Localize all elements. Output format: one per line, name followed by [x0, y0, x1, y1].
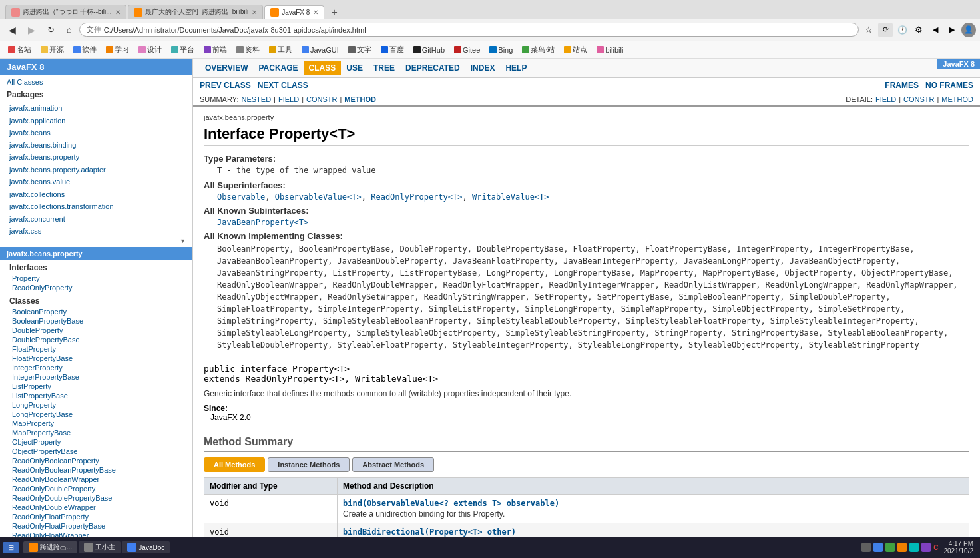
forward-button[interactable]: ▶	[23, 23, 40, 37]
package-javafx-collections-transformation[interactable]: javafx.collections.transformation	[7, 200, 186, 213]
bookmark-名站[interactable]: 名站	[5, 44, 34, 55]
bookmark-bing[interactable]: Bing	[487, 45, 515, 55]
nav-use[interactable]: USE	[341, 61, 368, 75]
tab-1[interactable]: 跨进跨出（"つつロ 千杯--bili... ✕	[5, 5, 126, 19]
nav-index[interactable]: INDEX	[465, 61, 501, 75]
package-javafx-beans-value[interactable]: javafx.beans.value	[7, 176, 186, 188]
class-ReadOnlyBooleanWrapper[interactable]: ReadOnlyBooleanWrapper	[9, 475, 186, 484]
class-BooleanProperty[interactable]: BooleanProperty	[9, 307, 186, 316]
taskbar-item-3[interactable]: JavaDoc	[122, 541, 170, 553]
frames-link[interactable]: FRAMES	[885, 81, 919, 90]
link-observablevalue[interactable]: ObservableValue<T>	[275, 192, 362, 202]
class-ReadOnlyBooleanPropertyBase[interactable]: ReadOnlyBooleanPropertyBase	[9, 465, 186, 475]
class-ReadOnlyBooleanProperty[interactable]: ReadOnlyBooleanProperty	[9, 456, 186, 465]
method-name-bind-bidi[interactable]: bindBidirectional(Property<T> other)	[343, 527, 516, 537]
tab-3[interactable]: JavaFX 8 ✕	[264, 5, 324, 19]
link-javabean-property[interactable]: JavaBeanProperty<T>	[217, 218, 308, 227]
class-ListProperty[interactable]: ListProperty	[9, 382, 186, 391]
summary-field[interactable]: FIELD	[278, 95, 299, 103]
package-javafx-beans-property[interactable]: javafx.beans.property	[7, 151, 186, 164]
bookmark-baidu[interactable]: 百度	[378, 44, 407, 55]
tab-2-close[interactable]: ✕	[252, 9, 257, 16]
back-icon2[interactable]: ◀	[928, 23, 943, 37]
nav-class[interactable]: CLASS	[304, 61, 342, 75]
nav-overview[interactable]: OVERVIEW	[200, 61, 253, 75]
class-MapProperty[interactable]: MapProperty	[9, 419, 186, 428]
package-javafx-application[interactable]: javafx.application	[7, 115, 186, 127]
interface-readonly-property[interactable]: ReadOnlyProperty	[9, 283, 186, 292]
bookmark-javagui[interactable]: JavaGUI	[299, 45, 342, 55]
refresh-button[interactable]: ↻	[43, 23, 59, 37]
tab-3-close[interactable]: ✕	[313, 9, 318, 16]
bookmark-学习[interactable]: 学习	[103, 44, 132, 55]
tab-1-close[interactable]: ✕	[115, 9, 121, 16]
nav-package[interactable]: PACKAGE	[253, 61, 303, 75]
tab-abstract-methods[interactable]: Abstract Methods	[352, 457, 434, 472]
nav-deprecated[interactable]: DEPRECATED	[400, 61, 465, 75]
summary-method[interactable]: METHOD	[344, 95, 376, 103]
bookmark-开源[interactable]: 开源	[38, 44, 67, 55]
bookmark-前端[interactable]: 前端	[201, 44, 230, 55]
next-class-link[interactable]: NEXT CLASS	[258, 81, 308, 90]
class-ReadOnlyDoubleWrapper[interactable]: ReadOnlyDoubleWrapper	[9, 503, 186, 512]
class-BooleanPropertyBase[interactable]: BooleanPropertyBase	[9, 316, 186, 326]
class-LongPropertyBase[interactable]: LongPropertyBase	[9, 410, 186, 419]
history-icon[interactable]: 🕐	[895, 23, 909, 37]
class-FloatPropertyBase[interactable]: FloatPropertyBase	[9, 354, 186, 363]
back-button[interactable]: ◀	[4, 23, 21, 37]
package-javafx-animation[interactable]: javafx.animation	[7, 102, 186, 115]
class-FloatProperty[interactable]: FloatProperty	[9, 344, 186, 354]
link-writablevalue[interactable]: WritableValue<T>	[472, 192, 549, 202]
link-readonlyproperty[interactable]: ReadOnlyProperty<T>	[371, 192, 462, 202]
user-icon[interactable]: 👤	[961, 23, 976, 37]
address-bar[interactable]: 文件 C:/Users/Administrator/Documents/Java…	[79, 23, 859, 37]
forward-icon2[interactable]: ▶	[945, 23, 959, 37]
package-javafx-beans-binding[interactable]: javafx.beans.binding	[7, 139, 186, 152]
sidebar-scroll-control[interactable]: ▼	[7, 238, 186, 244]
all-classes-link[interactable]: All Classes	[0, 75, 192, 89]
detail-method[interactable]: METHOD	[941, 95, 973, 103]
detail-field[interactable]: FIELD	[875, 95, 896, 103]
class-ReadOnlyDoublePropertyBase[interactable]: ReadOnlyDoublePropertyBase	[9, 493, 186, 503]
summary-nested[interactable]: NESTED	[241, 95, 271, 103]
taskbar-item-1[interactable]: 跨进跨出...	[23, 541, 77, 553]
bookmark-工具[interactable]: 工具	[266, 44, 295, 55]
package-javafx-concurrent[interactable]: javafx.concurrent	[7, 213, 186, 226]
bookmark-软件[interactable]: 软件	[71, 44, 99, 55]
tab-all-methods[interactable]: All Methods	[204, 457, 265, 472]
bookmark-资料[interactable]: 资料	[234, 44, 262, 55]
detail-constr[interactable]: CONSTR	[903, 95, 934, 103]
class-ReadOnlyFloatProperty[interactable]: ReadOnlyFloatProperty	[9, 512, 186, 521]
tab-instance-methods[interactable]: Instance Methods	[268, 457, 350, 472]
no-frames-link[interactable]: NO FRAMES	[925, 81, 973, 90]
nav-help[interactable]: HELP	[500, 61, 532, 75]
class-IntegerPropertyBase[interactable]: IntegerPropertyBase	[9, 372, 186, 382]
taskbar-item-2[interactable]: 工小主	[79, 541, 121, 553]
prev-class-link[interactable]: PREV CLASS	[200, 81, 251, 90]
link-observable[interactable]: Observable	[217, 192, 265, 202]
class-ReadOnlyFloatPropertyBase[interactable]: ReadOnlyFloatPropertyBase	[9, 521, 186, 531]
class-DoublePropertyBase[interactable]: DoublePropertyBase	[9, 335, 186, 344]
method-name-bind[interactable]: bind(ObservableValue<? extends T> observ…	[343, 499, 559, 508]
bookmark-平台[interactable]: 平台	[168, 44, 197, 55]
class-MapPropertyBase[interactable]: MapPropertyBase	[9, 428, 186, 437]
star-icon[interactable]: ☆	[861, 23, 876, 37]
package-javafx-collections[interactable]: javafx.collections	[7, 188, 186, 201]
bookmark-cainiao[interactable]: 菜鸟·站	[519, 44, 557, 55]
package-javafx-beans-property-adapter[interactable]: javafx.beans.property.adapter	[7, 164, 186, 176]
bookmark-文字[interactable]: 文字	[346, 44, 374, 55]
bookmark-gitee[interactable]: Gitee	[451, 45, 483, 55]
interface-property[interactable]: Property	[9, 274, 186, 283]
class-IntegerProperty[interactable]: IntegerProperty	[9, 363, 186, 372]
class-ReadOnlyFloatWrapper[interactable]: ReadOnlyFloatWrapper	[9, 531, 186, 537]
class-ListPropertyBase[interactable]: ListPropertyBase	[9, 391, 186, 400]
bookmark-github[interactable]: GitHub	[411, 45, 447, 55]
bookmark-bilibili[interactable]: bilibili	[594, 45, 626, 55]
summary-constr[interactable]: CONSTR	[306, 95, 337, 103]
class-DoubleProperty[interactable]: DoubleProperty	[9, 326, 186, 335]
bookmark-设计[interactable]: 设计	[136, 44, 164, 55]
start-button[interactable]: ⊞	[3, 542, 19, 553]
settings-icon[interactable]: ⚙	[911, 23, 926, 37]
tab-2[interactable]: 最广大的个人空间_跨进跨出_bilibili ✕	[128, 5, 264, 19]
refresh-icon[interactable]: ⟳	[878, 23, 893, 37]
